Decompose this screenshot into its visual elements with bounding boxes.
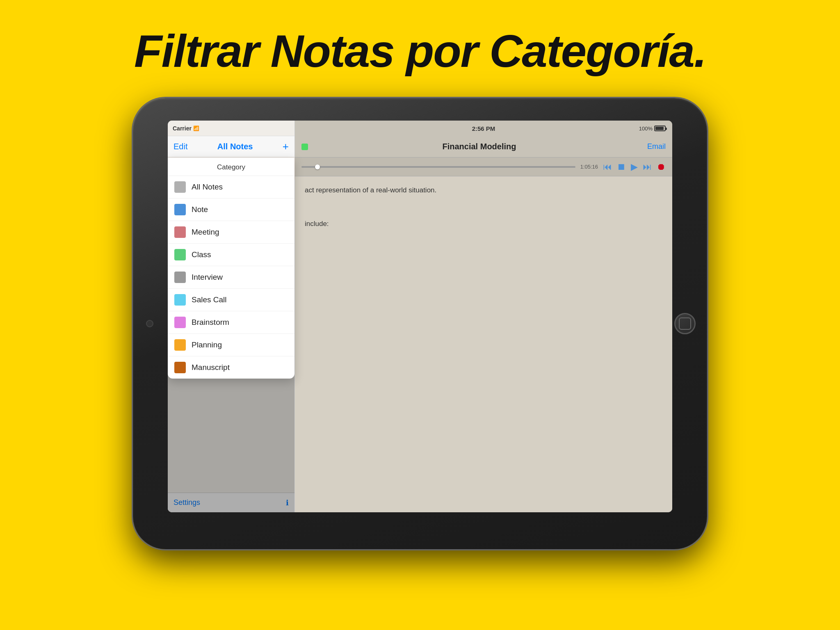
ipad-shell: Carrier 📶 Edit All Notes + Travel Th...h…	[133, 98, 707, 549]
category-sales-call[interactable]: Sales Call	[168, 289, 294, 311]
audio-progress-bar[interactable]	[301, 166, 575, 168]
category-class[interactable]: Class	[168, 244, 294, 266]
category-label-interview: Interview	[192, 273, 223, 282]
category-swatch-note	[174, 204, 186, 215]
note-detail-nav: Financial Modeling Email	[295, 136, 672, 158]
battery-indicator: 100%	[639, 126, 666, 132]
notes-list-panel: Carrier 📶 Edit All Notes + Travel Th...h…	[168, 121, 295, 512]
category-swatch-all-notes	[174, 181, 186, 193]
home-button[interactable]	[674, 313, 696, 334]
stop-button[interactable]: ⏹	[617, 162, 626, 172]
nav-title: All Notes	[187, 142, 282, 151]
nav-bar-left: Edit All Notes +	[168, 136, 294, 158]
category-swatch-class	[174, 249, 186, 260]
category-swatch-planning	[174, 339, 186, 351]
email-button[interactable]: Email	[647, 142, 666, 151]
note-body[interactable]: act representation of a real-world situa…	[295, 176, 672, 512]
record-button[interactable]: ⏺	[657, 162, 666, 172]
dropdown-header: Category	[168, 158, 294, 176]
category-planning[interactable]: Planning	[168, 334, 294, 356]
play-button[interactable]: ▶	[631, 162, 638, 172]
category-label-brainstorm: Brainstorm	[192, 318, 229, 327]
page-headline: Filtrar Notas por Categoría.	[134, 25, 706, 78]
battery-fill	[655, 127, 664, 130]
status-bar-right: 2:56 PM 100%	[295, 121, 672, 136]
status-time: 2:56 PM	[472, 125, 495, 132]
category-brainstorm[interactable]: Brainstorm	[168, 311, 294, 334]
note-category-indicator	[301, 144, 308, 150]
category-swatch-sales-call	[174, 294, 186, 306]
category-manuscript[interactable]: Manuscript	[168, 356, 294, 379]
note-body-text1: act representation of a real-world situa…	[305, 185, 662, 196]
battery-icon	[654, 126, 666, 131]
category-swatch-interview	[174, 272, 186, 283]
ipad-screen: Carrier 📶 Edit All Notes + Travel Th...h…	[168, 121, 672, 512]
camera-icon	[146, 320, 153, 327]
category-note[interactable]: Note	[168, 199, 294, 221]
note-detail-panel: 2:56 PM 100% Financial Modeling Email	[295, 121, 672, 512]
category-label-meeting: Meeting	[192, 228, 219, 237]
category-label-sales-call: Sales Call	[192, 295, 227, 304]
carrier-label: Carrier	[173, 125, 192, 132]
category-label-manuscript: Manuscript	[192, 363, 230, 372]
note-detail-title: Financial Modeling	[311, 142, 647, 151]
wifi-icon: 📶	[193, 126, 199, 131]
battery-cap	[666, 128, 667, 130]
audio-thumb[interactable]	[315, 164, 320, 169]
battery-pct-label: 100%	[639, 126, 653, 132]
category-swatch-manuscript	[174, 362, 186, 373]
rewind-button[interactable]: ⏮	[603, 162, 612, 172]
edit-button[interactable]: Edit	[173, 142, 187, 151]
category-label-planning: Planning	[192, 340, 222, 349]
category-swatch-brainstorm	[174, 317, 186, 328]
ipad-device: Carrier 📶 Edit All Notes + Travel Th...h…	[133, 98, 707, 549]
category-all-notes[interactable]: All Notes	[168, 176, 294, 199]
category-dropdown-menu: Category All Notes Note Meeting	[168, 158, 294, 379]
status-bar-left: Carrier 📶	[168, 121, 294, 136]
category-meeting[interactable]: Meeting	[168, 221, 294, 244]
fast-forward-button[interactable]: ⏭	[643, 162, 652, 172]
category-label-all-notes: All Notes	[192, 183, 223, 192]
category-label-class: Class	[192, 250, 211, 259]
category-label-note: Note	[192, 205, 208, 214]
category-swatch-meeting	[174, 226, 186, 238]
audio-time: 1:05:16	[580, 164, 598, 170]
category-dropdown-overlay[interactable]: Category All Notes Note Meeting	[168, 158, 294, 512]
add-note-button[interactable]: +	[283, 140, 289, 153]
category-interview[interactable]: Interview	[168, 266, 294, 289]
audio-controls: 1:05:16 ⏮ ⏹ ▶ ⏭ ⏺	[295, 158, 672, 176]
note-body-text2: include:	[305, 218, 662, 229]
home-button-inner	[679, 317, 691, 330]
